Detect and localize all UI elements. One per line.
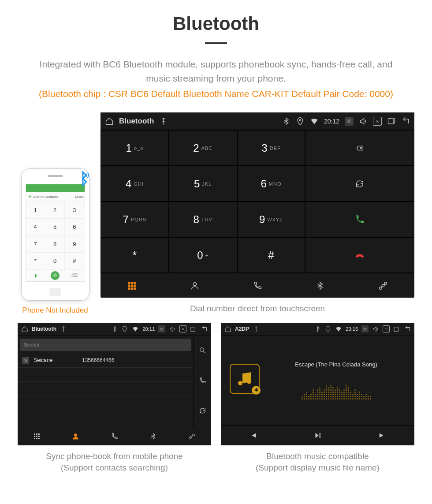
nav-call-log[interactable] [95,427,134,445]
backspace-button[interactable] [305,130,414,166]
volume-icon[interactable] [169,325,176,332]
svg-rect-30 [364,328,366,330]
call-button[interactable] [305,202,414,237]
next-track-button[interactable] [373,426,391,444]
nav-bluetooth[interactable] [289,273,351,298]
screenshot-icon[interactable] [158,325,165,332]
back-icon[interactable] [401,117,410,126]
bluetooth-icon [111,325,118,332]
phone-key: 2 [45,202,65,219]
sync-button[interactable] [305,166,414,202]
usb-icon [159,117,168,126]
dial-key[interactable]: 7PQRS [101,202,169,237]
play-pause-button[interactable] [309,426,326,444]
usb-icon [253,325,260,332]
svg-rect-26 [38,438,40,439]
svg-rect-32 [394,327,398,331]
phone-key: 8 [45,236,65,253]
phone-key: * [26,253,45,270]
nav-pair[interactable] [172,427,211,445]
close-app-icon[interactable] [179,325,186,332]
svg-point-27 [74,433,77,436]
dial-key[interactable]: 0+ [169,237,237,273]
music-screen: A2DP 20:15 [221,323,414,445]
contact-row [18,382,194,396]
dial-key[interactable]: # [237,237,305,273]
recent-apps-icon[interactable] [393,325,400,332]
svg-rect-5 [131,282,133,284]
close-app-icon[interactable] [383,325,390,332]
close-app-icon[interactable] [373,117,382,126]
recent-apps-icon[interactable] [190,325,197,332]
screenshot-icon[interactable] [361,325,369,332]
nav-keypad[interactable] [18,427,56,445]
back-icon[interactable] [201,325,208,332]
nav-keypad[interactable] [101,273,163,298]
svg-rect-19 [36,433,37,435]
phone-key: 7 [26,236,45,253]
volume-icon[interactable] [359,117,368,126]
status-title: A2DP [235,326,249,332]
home-icon[interactable] [105,117,114,126]
status-bar: Bluetooth 20:12 [101,112,414,130]
dial-key[interactable]: 2ABC [169,130,237,166]
svg-rect-10 [128,287,130,289]
bluetooth-icon [282,117,290,126]
search-input[interactable]: Search [20,339,191,351]
back-icon[interactable] [404,325,411,332]
nav-bluetooth[interactable] [134,427,172,445]
phone-add-contacts: Add to ContactsMORE [26,192,85,202]
contact-row [18,368,194,382]
dial-key[interactable]: 1o_o [101,130,169,166]
prev-track-button[interactable] [244,426,262,444]
phone-mockup: Add to ContactsMORE 123456789*0# ▮ ✆ ⌫ [21,168,89,301]
dial-key[interactable]: 6MNO [237,166,305,202]
wifi-icon [132,325,139,332]
svg-point-0 [299,119,301,120]
contact-row[interactable]: S Seicane 13566664466 [18,354,194,368]
bluetooth-icon [314,325,321,332]
recent-apps-icon[interactable] [387,117,396,126]
nav-contacts[interactable] [56,427,95,445]
phone-key: 9 [65,236,84,253]
dial-key[interactable]: 9WXYZ [237,202,305,237]
phone-key: 6 [65,219,84,236]
phone-key: 3 [65,202,84,219]
page-title: Bluetooth [9,13,423,34]
title-underline [205,42,227,44]
backspace-icon: ⌫ [70,271,79,280]
music-caption: Bluetooth music compatible(Support displ… [221,451,414,474]
bluetooth-signal-icon [75,171,91,187]
dial-key[interactable]: * [101,237,169,273]
nav-pair[interactable] [352,273,414,298]
status-title: Bluetooth [119,117,154,126]
svg-rect-9 [134,285,136,287]
search-icon[interactable] [199,347,206,355]
screenshot-icon[interactable] [345,117,354,126]
svg-point-31 [365,329,365,329]
svg-rect-12 [134,287,136,289]
dial-key[interactable]: 8TUV [169,202,237,237]
home-icon[interactable] [21,325,28,332]
sync-icon[interactable] [199,407,206,416]
dialer-screen: Bluetooth 20:12 1o_o2ABC3DEF4GHI5JKL6MNO… [101,112,414,298]
hangup-button[interactable] [305,237,414,273]
svg-rect-21 [34,436,36,437]
svg-rect-6 [134,282,136,284]
bluetooth-specs: (Bluetooth chip : CSR BC6 Default Blueto… [9,89,423,99]
svg-point-15 [161,329,162,329]
dial-key[interactable]: 4GHI [101,166,169,202]
music-album-icon: ✱ [230,364,260,394]
dial-key[interactable]: 5JKL [169,166,237,202]
svg-rect-8 [131,285,133,287]
page-description: Integrated with BC6 Bluetooth module, su… [9,57,423,85]
bottom-nav [101,273,414,298]
home-icon[interactable] [224,325,231,332]
svg-rect-23 [38,436,40,437]
nav-call-log[interactable] [226,273,289,298]
dial-key[interactable]: 3DEF [237,130,305,166]
volume-icon[interactable] [372,325,379,332]
call-icon: ✆ [51,271,60,280]
nav-contacts[interactable] [163,273,226,298]
call-icon[interactable] [199,377,206,386]
